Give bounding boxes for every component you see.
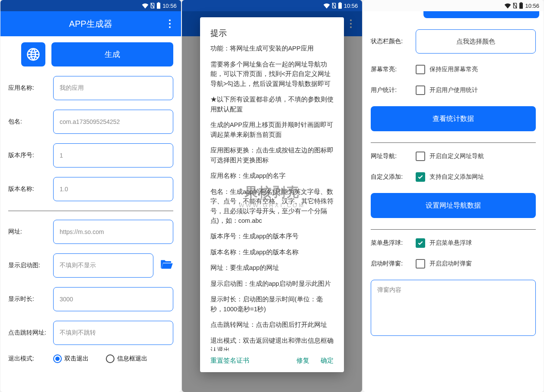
help-line: 应用名称：生成app的名字 [210, 171, 334, 180]
label-exitmode: 退出模式: [8, 355, 47, 363]
help-line: 版本名称：生成app的版本名称 [210, 247, 334, 257]
input-package[interactable]: com.a1735095254252 [53, 110, 173, 134]
input-version-name[interactable]: 1.0 [53, 177, 173, 201]
radio-double-back[interactable]: 双击退出 [53, 354, 89, 363]
label-status-color: 状态栏颜色: [371, 38, 410, 45]
help-line: 网址：要生成app的网址 [210, 263, 334, 272]
app-title: APP生成器 [69, 18, 112, 30]
input-duration[interactable]: 3000 [53, 287, 173, 311]
label-nav: 网址导航: [371, 152, 410, 160]
help-line: 需要将多个网址集合在一起的网址导航功能，可以下滑页面，找到<开启自定义网址导航>… [210, 60, 334, 89]
cb-float-menu-text: 开启菜单悬浮球 [429, 239, 472, 247]
overflow-menu-icon[interactable] [165, 17, 175, 30]
battery-icon [519, 2, 523, 9]
sim-off-icon [150, 3, 155, 9]
help-line: 点击跳转网址：点击启动图后打开此网址 [210, 320, 334, 329]
status-time: 10:56 [162, 3, 177, 9]
label-custom-add: 自定义添加: [371, 173, 410, 181]
form-content: 生成 应用名称: 我的应用 包名: com.a1735095254252 版本序… [0, 36, 181, 392]
generate-button[interactable]: 生成 [51, 42, 173, 66]
status-time: 10:56 [525, 3, 539, 9]
status-bar: 10:56 [0, 0, 181, 11]
label-duration: 显示时长: [8, 295, 47, 303]
radio-dialog-back[interactable]: 信息框退出 [106, 354, 147, 363]
label-app-name: 应用名称: [8, 84, 47, 92]
label-stats: 用户统计: [371, 86, 410, 94]
cb-keep-on-text: 保持应用屏幕常亮 [429, 66, 478, 73]
popup-content-input[interactable]: 弹窗内容 [371, 280, 536, 336]
cb-stats-text: 开启用户使用统计 [429, 86, 478, 94]
input-splash[interactable]: 不填则不显示 [53, 253, 153, 278]
help-line: ★以下所有设置都非必填，不填的参数则使用默认配置 [210, 95, 334, 114]
svg-rect-2 [158, 2, 159, 3]
svg-rect-8 [519, 3, 523, 9]
svg-rect-5 [338, 3, 342, 9]
sim-off-icon [513, 3, 517, 9]
help-line: 显示时长：启动图的显示时间(单位：毫秒，1000毫秒=1秒) [210, 294, 334, 314]
sim-off-icon [332, 3, 336, 9]
checkbox-stats[interactable] [416, 85, 425, 95]
input-version-code[interactable]: 1 [53, 143, 173, 168]
section-divider [8, 211, 173, 211]
label-splash: 显示启动图: [8, 262, 47, 269]
label-clickurl: 点击跳转网址: [8, 329, 47, 337]
cb-nav-text: 开启自定义网址导航 [429, 152, 484, 160]
check-icon [417, 174, 423, 180]
checkbox-custom-add[interactable] [416, 172, 425, 182]
reset-sign-button[interactable]: 重置签名证书 [210, 355, 249, 365]
dialog-title: 提示 [210, 27, 334, 39]
phone-1-form: 10:56 APP生成器 生成 应用名称: 我的应用 包名: com.a1735… [0, 0, 181, 392]
checkbox-popup[interactable] [416, 259, 425, 269]
battery-icon [156, 2, 161, 9]
label-version-name: 版本名称: [8, 185, 47, 193]
svg-rect-1 [157, 3, 160, 9]
wifi-icon [142, 3, 149, 9]
status-time: 10:56 [344, 3, 358, 9]
label-popup: 启动时弹窗: [371, 260, 410, 268]
svg-rect-6 [339, 2, 340, 3]
input-url[interactable]: https://m.so.com [53, 220, 173, 244]
status-bar: 10:56 [363, 0, 544, 11]
settings-content: 状态栏颜色: 点我选择颜色 屏幕常亮: 保持应用屏幕常亮 用户统计: 开启用户使… [363, 11, 544, 392]
label-version-code: 版本序号: [8, 152, 47, 159]
dialog-body[interactable]: 功能：将网址生成可安装的APP应用 需要将多个网址集合在一起的网址导航功能，可以… [210, 44, 334, 351]
view-stats-button[interactable]: 查看统计数据 [371, 106, 536, 131]
app-bar: APP生成器 [0, 11, 181, 36]
label-package: 包名: [8, 118, 47, 126]
help-line: 包名：生成app的包名(只能为英文字母、数字、点号，不能有空格、汉字、其它特殊符… [210, 187, 334, 226]
globe-icon [26, 47, 40, 61]
help-dialog: 提示 功能：将网址生成可安装的APP应用 需要将多个网址集合在一起的网址导航功能… [200, 17, 344, 372]
set-nav-data-button[interactable]: 设置网址导航数据 [371, 193, 536, 218]
battery-icon [338, 2, 342, 9]
cb-custom-add-text: 支持自定义添加网址 [429, 173, 484, 181]
divider [371, 229, 536, 230]
help-line: 显示启动图：生成的app启动时显示此图片 [210, 279, 334, 288]
pick-color-button[interactable]: 点我选择颜色 [416, 29, 536, 54]
phone-3-settings: 10:56 状态栏颜色: 点我选择颜色 屏幕常亮: 保持应用屏幕常亮 用户统计:… [363, 0, 544, 392]
check-icon [417, 240, 423, 246]
input-app-name[interactable]: 我的应用 [53, 76, 173, 100]
help-line: 应用图标更换：点击生成按钮左边的图标即可选择图片更换图标 [210, 145, 334, 165]
label-url: 网址: [8, 228, 47, 236]
svg-rect-9 [521, 2, 522, 3]
partial-appbar-strip [423, 11, 539, 18]
repair-button[interactable]: 修复 [296, 355, 309, 365]
ok-button[interactable]: 确定 [321, 355, 334, 365]
checkbox-keep-on[interactable] [416, 65, 425, 74]
radio-dialog-back-label: 信息框退出 [117, 355, 147, 363]
wifi-icon [323, 3, 330, 9]
folder-open-icon[interactable] [160, 259, 173, 272]
app-icon-picker[interactable] [21, 42, 45, 66]
cb-popup-text: 开启启动时弹窗 [429, 260, 472, 268]
checkbox-float-menu[interactable] [416, 238, 425, 248]
help-line: 功能：将网址生成可安装的APP应用 [210, 44, 334, 53]
phone-2-dialog: 10:56 提示 功能：将网址生成可安装的APP应用 需要将多个网址集合在一起的… [182, 0, 363, 392]
help-line: 版本序号：生成app的版本序号 [210, 231, 334, 241]
label-keep-on: 屏幕常亮: [371, 66, 410, 73]
checkbox-nav[interactable] [416, 152, 425, 161]
input-clickurl[interactable]: 不填则不跳转 [53, 321, 173, 345]
dialog-actions: 重置签名证书 修复 确定 [210, 351, 334, 365]
help-line: 生成的APP应用上移页面并顺时针画圆即可调起菜单来刷新当前页面 [210, 120, 334, 139]
help-line: 退出模式：双击返回键退出和弹出信息框确认退出 [210, 336, 334, 351]
label-float-menu: 菜单悬浮球: [371, 239, 410, 247]
